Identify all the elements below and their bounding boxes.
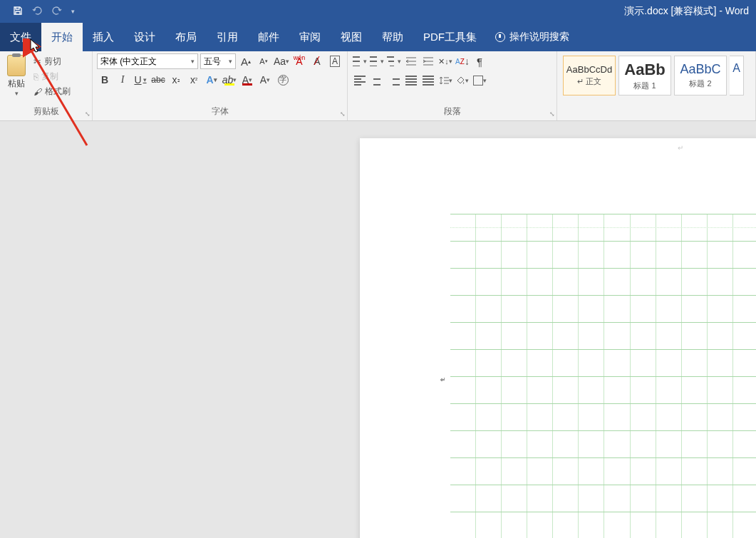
cursor-pointer-icon [30, 38, 43, 54]
clipboard-group-label: 剪贴板 [0, 104, 92, 119]
style-normal[interactable]: AaBbCcDd ↵ 正文 [563, 56, 616, 95]
grid-cell [733, 404, 756, 430]
subscript-button[interactable]: x₂ [168, 72, 184, 88]
font-size-value: 五号 [204, 56, 221, 68]
grid-cell [476, 431, 502, 457]
grid-row: ↵ [450, 241, 756, 268]
increase-indent-button[interactable] [420, 53, 436, 69]
char-shading-button[interactable]: A▾ [257, 72, 273, 88]
grid-cell [450, 350, 476, 376]
font-launcher-icon[interactable]: ⤡ [340, 110, 346, 118]
shrink-font-button[interactable]: A▾ [256, 53, 271, 69]
ribbon: 粘贴 ▾ ✂ 剪切 ⎘ 复制 🖌 格式刷 剪贴板 ⤡ [0, 51, 756, 121]
paragraph-launcher-icon[interactable]: ⤡ [549, 110, 555, 118]
superscript-button[interactable]: x² [186, 72, 202, 88]
grid-cell [502, 485, 527, 512]
tell-me-search[interactable]: 操作说明搜索 [487, 23, 569, 51]
qat-customize-icon[interactable]: ▾ [71, 8, 75, 15]
tab-help[interactable]: 帮助 [372, 23, 413, 51]
tab-review[interactable]: 审阅 [289, 23, 331, 51]
grid-cell [708, 296, 733, 322]
tab-view[interactable]: 视图 [331, 23, 372, 51]
grid-cell [476, 485, 502, 512]
align-left-button[interactable] [352, 73, 368, 88]
grow-font-button[interactable]: A▴ [238, 53, 254, 69]
grid-cell [682, 323, 708, 349]
tab-insert[interactable]: 插入 [83, 23, 124, 51]
tab-references[interactable]: 引用 [207, 23, 248, 51]
cut-button[interactable]: ✂ 剪切 [31, 55, 73, 68]
grid-cell [450, 269, 476, 295]
format-painter-label: 格式刷 [45, 86, 71, 98]
document-page[interactable]: ↵ document.write(Array.from({length:12},… [360, 138, 756, 538]
underline-button[interactable]: U▾ [133, 72, 148, 88]
font-group-label: 字体 [93, 104, 347, 119]
change-case-button[interactable]: Aa▾ [274, 53, 289, 69]
style-normal-preview: AaBbCcDd [566, 64, 612, 75]
grid-row: ↵ [450, 512, 756, 538]
grid-cell [656, 404, 682, 430]
font-size-combo[interactable]: 五号 ▾ [200, 53, 236, 69]
tab-home[interactable]: 开始 [41, 23, 83, 51]
paragraph-mark-icon: ↵ [678, 144, 683, 152]
grid-cell [604, 404, 630, 430]
font-color-button[interactable]: A▾ [239, 72, 255, 88]
clear-formatting-button[interactable]: ⁄A [309, 53, 325, 69]
save-icon[interactable] [13, 6, 23, 18]
grid-cell [656, 512, 682, 538]
style-normal-name: ↵ 正文 [577, 76, 601, 87]
grid-cell [733, 296, 756, 322]
align-center-button[interactable] [369, 73, 385, 88]
grid-cell [708, 323, 733, 349]
sort-button[interactable]: AZ↓ [455, 53, 470, 69]
tab-layout[interactable]: 布局 [165, 23, 207, 51]
grid-cell [656, 485, 682, 512]
char-border-button[interactable]: A [327, 53, 343, 69]
asian-layout-button[interactable]: ✕↓▾ [437, 53, 453, 69]
grid-cell [502, 350, 527, 376]
cut-label: 剪切 [44, 56, 61, 68]
styles-group: AaBbCcDd ↵ 正文 AaBb 标题 1 AaBbC 标题 2 A [557, 51, 756, 120]
strikethrough-button[interactable]: abc [150, 72, 166, 88]
enclose-char-button[interactable]: 字 [275, 72, 291, 88]
phonetic-guide-button[interactable]: wénA [291, 53, 307, 69]
style-more[interactable]: A [730, 56, 744, 95]
paste-button[interactable]: 粘贴 ▾ [4, 53, 29, 98]
grid-cell [733, 512, 756, 538]
multilevel-list-button[interactable]: ▾ [386, 53, 402, 69]
tab-pdf[interactable]: PDF工具集 [413, 23, 487, 51]
clipboard-launcher-icon[interactable]: ⤡ [85, 110, 90, 118]
grid-cell [656, 269, 682, 295]
tab-mailings[interactable]: 邮件 [248, 23, 289, 51]
style-heading2[interactable]: AaBbC 标题 2 [674, 56, 727, 95]
justify-button[interactable] [403, 73, 419, 88]
numbering-button[interactable]: ▾ [369, 53, 385, 69]
font-name-combo[interactable]: 宋体 (中文正文 ▾ [97, 53, 198, 69]
copy-button[interactable]: ⎘ 复制 [31, 70, 73, 83]
tab-design[interactable]: 设计 [124, 23, 165, 51]
show-paragraph-marks-button[interactable]: ¶↵ [472, 53, 487, 69]
undo-icon[interactable] [31, 6, 43, 18]
grid-cell [553, 350, 579, 376]
bold-button[interactable]: B [97, 72, 113, 88]
borders-button[interactable]: ▾ [472, 73, 487, 88]
redo-icon[interactable] [51, 6, 63, 18]
decrease-indent-button[interactable] [403, 53, 419, 69]
grid-cell [708, 404, 733, 430]
align-right-button[interactable] [386, 73, 402, 88]
line-spacing-button[interactable]: ▾ [437, 73, 453, 88]
grid-cell [476, 242, 502, 268]
italic-button[interactable]: I [115, 72, 130, 88]
grid-cell [708, 485, 733, 512]
text-effects-button[interactable]: A▾ [204, 72, 219, 88]
distribute-button[interactable] [420, 73, 436, 88]
grid-cell [450, 377, 476, 403]
grid-cell [631, 458, 656, 485]
format-painter-button[interactable]: 🖌 格式刷 [31, 85, 73, 98]
style-heading1[interactable]: AaBb 标题 1 [618, 56, 671, 95]
grid-cell [502, 242, 527, 268]
grid-row: ↵ [450, 485, 756, 512]
highlight-button[interactable]: ab▾ [222, 72, 237, 88]
shading-button[interactable]: ▾ [455, 73, 470, 88]
bullets-button[interactable]: ▾ [352, 53, 368, 69]
